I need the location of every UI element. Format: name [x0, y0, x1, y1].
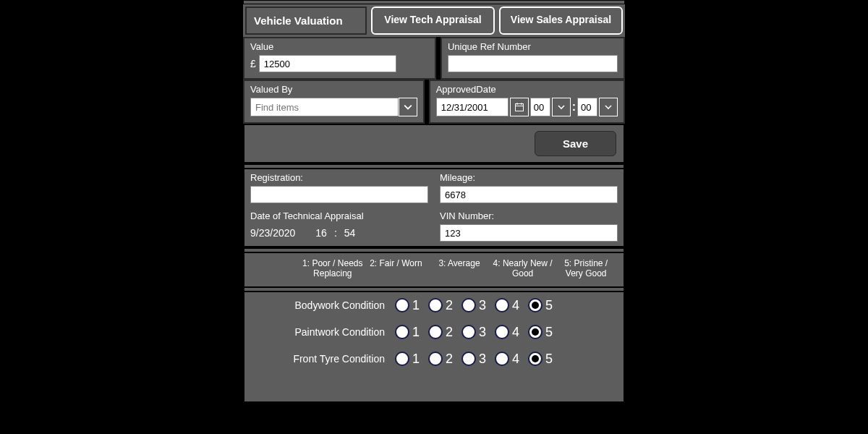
minute-dropdown-icon[interactable] [599, 98, 618, 116]
tech-date-label: Date of Technical Appraisal [250, 210, 428, 221]
rating-radio[interactable] [528, 352, 542, 366]
rating-radio[interactable] [528, 298, 542, 312]
rating-radio[interactable] [428, 325, 443, 339]
rating-row: Front Tyre Condition12345 [243, 346, 625, 373]
rating-number: 1 [412, 325, 420, 340]
rating-number: 2 [446, 298, 453, 313]
rating-number: 4 [512, 352, 519, 367]
rating-number: 3 [479, 325, 486, 340]
page-title: Vehicle Valuation [245, 7, 367, 35]
rating-number: 5 [545, 352, 553, 367]
ref-input[interactable] [448, 55, 618, 72]
approved-min-input[interactable] [577, 98, 597, 116]
rating-number: 1 [412, 352, 420, 367]
rating-row: Paintwork Condition12345 [243, 319, 625, 346]
form-scroll-area[interactable]: Vehicle Valuation View Tech Appraisal Vi… [243, 0, 625, 434]
currency-symbol: £ [250, 58, 256, 69]
view-tech-appraisal-button[interactable]: View Tech Appraisal [371, 7, 495, 35]
rating-legend: 1: Poor / Needs Replacing 2: Fair / Worn… [243, 253, 625, 286]
registration-label: Registration: [250, 172, 428, 183]
ref-label: Unique Ref Number [448, 41, 618, 52]
rating-radio[interactable] [428, 352, 443, 366]
rating-label: Bodywork Condition [250, 299, 395, 311]
value-label: Value [250, 41, 429, 52]
rating-radio[interactable] [428, 298, 443, 312]
rating-number: 5 [545, 298, 553, 313]
tech-hour-value: 16 [315, 227, 327, 239]
rating-number: 1 [412, 298, 420, 313]
rating-number: 4 [512, 298, 519, 313]
rating-radio[interactable] [395, 298, 409, 312]
rating-number: 2 [446, 352, 453, 367]
value-input[interactable] [259, 55, 396, 72]
vin-label: VIN Number: [440, 210, 618, 221]
rating-radio[interactable] [495, 352, 509, 366]
valued-by-dropdown-icon[interactable] [399, 98, 417, 116]
rating-radio[interactable] [461, 352, 476, 366]
rating-label: Front Tyre Condition [250, 353, 395, 365]
rating-number: 5 [545, 325, 553, 340]
tech-min-value: 54 [344, 227, 356, 239]
approved-hour-input[interactable] [530, 98, 550, 116]
rating-number: 4 [512, 325, 519, 340]
save-button[interactable]: Save [535, 131, 616, 156]
rating-label: Paintwork Condition [250, 326, 395, 338]
rating-radio[interactable] [395, 325, 409, 339]
rating-radio[interactable] [395, 352, 409, 366]
valued-by-label: Valued By [250, 84, 417, 95]
rating-radio[interactable] [461, 298, 476, 312]
view-sales-appraisal-button[interactable]: View Sales Appraisal [499, 7, 623, 35]
mileage-label: Mileage: [440, 172, 618, 183]
svg-rect-0 [515, 104, 523, 111]
rating-radio[interactable] [528, 325, 542, 339]
rating-number: 3 [479, 352, 486, 367]
mileage-input[interactable] [440, 186, 618, 203]
rating-number: 2 [446, 325, 453, 340]
rating-radio[interactable] [495, 325, 509, 339]
rating-radio[interactable] [495, 298, 509, 312]
registration-input[interactable] [250, 186, 428, 203]
tech-date-value: 9/23/2020 [250, 227, 295, 239]
rating-row: Bodywork Condition12345 [243, 292, 625, 319]
approved-date-input[interactable] [436, 98, 509, 116]
valued-by-input[interactable] [250, 98, 399, 116]
rating-radio[interactable] [461, 325, 476, 339]
rating-number: 3 [479, 298, 486, 313]
calendar-icon[interactable] [510, 98, 529, 116]
hour-dropdown-icon[interactable] [552, 98, 571, 116]
vin-input[interactable] [440, 224, 618, 242]
approved-date-label: ApprovedDate [436, 84, 618, 95]
